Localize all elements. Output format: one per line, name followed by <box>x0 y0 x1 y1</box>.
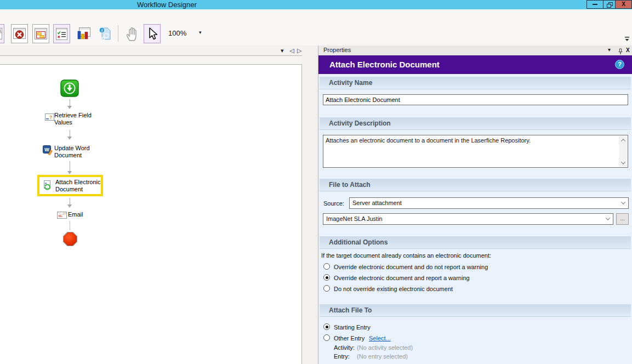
section-header-additional-options: Additional Options <box>320 236 631 249</box>
close-button[interactable]: X <box>615 0 632 9</box>
pan-hand-icon <box>126 26 140 42</box>
activity-description-text: Attaches an electronic document to a doc… <box>326 137 613 144</box>
stop-icon <box>62 231 78 247</box>
workflow-designer-window: { "window": { "title": "Workflow Designe… <box>0 0 632 364</box>
pan-hand-button[interactable] <box>124 24 141 43</box>
toolbar-separator <box>118 25 118 42</box>
radio-label[interactable]: Other Entry <box>334 335 365 342</box>
radio-label[interactable]: Override electronic document and report … <box>334 275 470 281</box>
word-icon: W <box>43 145 54 155</box>
radio-label[interactable]: Override electronic document and do not … <box>334 264 488 270</box>
clipped-tool-icon <box>0 27 3 41</box>
chevron-down-icon <box>606 215 610 220</box>
workflow-node-end[interactable] <box>62 231 78 249</box>
minimize-icon <box>593 4 597 5</box>
tab-dropdown-icon[interactable]: ▾ <box>281 47 284 54</box>
restore-icon <box>607 2 612 7</box>
activity-name-input[interactable] <box>323 94 628 105</box>
tab-previous-icon[interactable]: ◁ <box>289 47 294 54</box>
node-label[interactable]: Attach Electronic Document <box>55 179 104 193</box>
chevron-down-icon <box>621 200 625 204</box>
tab-next-icon[interactable]: ▷ <box>297 47 301 54</box>
node-label[interactable]: Retrieve Field Values <box>54 112 98 126</box>
close-icon: X <box>622 2 625 7</box>
radio-override-no-warning[interactable] <box>323 263 330 270</box>
panel-gutter <box>302 46 318 364</box>
minimize-button[interactable] <box>587 0 603 9</box>
radio-override-report-warning[interactable] <box>323 274 330 281</box>
connector-arrow-icon <box>67 171 72 174</box>
additional-options-intro: If the target document already contains … <box>321 252 491 259</box>
help-icon[interactable]: ? <box>615 60 624 69</box>
zoom-level-value[interactable]: 100% <box>168 29 186 37</box>
task-list-icon <box>55 27 69 41</box>
section-header-activity-description: Activity Description <box>320 117 631 130</box>
zoom-dropdown-icon[interactable]: ▾ <box>199 30 202 35</box>
tab-strip-spacer <box>0 56 317 64</box>
properties-panel-title: Properties <box>323 47 351 53</box>
node-label[interactable]: Email <box>68 211 83 218</box>
workflow-node-attach-electronic-document-selected[interactable]: e Attach Electronic Document <box>37 175 103 196</box>
activity-rules-button[interactable]: i <box>96 24 113 43</box>
scroll-down-icon[interactable] <box>619 158 627 167</box>
select-cursor-button[interactable] <box>144 24 161 43</box>
email-icon <box>57 212 67 219</box>
source-label: Source: <box>323 200 344 207</box>
workflow-designer-icon <box>34 27 48 41</box>
workflow-node-start[interactable] <box>60 79 79 99</box>
restore-button[interactable] <box>603 0 616 9</box>
connector-arrow-icon <box>67 106 72 109</box>
connector-line <box>70 130 70 136</box>
activity-label: Activity: <box>334 344 355 351</box>
source-dropdown[interactable]: Server attachment <box>349 197 629 209</box>
radio-other-entry[interactable] <box>323 334 330 341</box>
activity-title: Attach Electronic Document <box>329 55 440 74</box>
toolbar-overflow-button[interactable] <box>624 35 630 44</box>
radio-starting-entry[interactable] <box>323 323 330 330</box>
start-icon <box>60 79 79 97</box>
connector-arrow-icon <box>67 136 72 140</box>
radio-do-not-override[interactable] <box>323 285 330 292</box>
toolbar-overflow-icon <box>624 36 630 42</box>
radio-label[interactable]: Starting Entry <box>334 324 371 331</box>
workflow-designer-button[interactable] <box>32 24 49 43</box>
connector-line <box>70 99 70 106</box>
panel-close-icon[interactable]: X <box>626 47 630 53</box>
activity-description-textarea[interactable]: Attaches an electronic document to a doc… <box>323 135 628 168</box>
source-dropdown-value: Server attachment <box>352 200 402 206</box>
connector-arrow-icon <box>67 204 72 208</box>
scroll-up-icon[interactable] <box>619 136 627 144</box>
properties-panel: Properties ▾ X Attach Electronic Documen… <box>318 46 632 364</box>
toolbar: i 100% ▾ <box>0 9 632 46</box>
field-icon: ? <box>45 113 54 121</box>
entry-label: Entry: <box>334 353 350 360</box>
stop-error-icon <box>13 27 26 41</box>
svg-text:?: ? <box>49 115 53 120</box>
node-label[interactable]: Update Word Document <box>54 145 103 159</box>
activity-value: (No activity selected) <box>357 344 413 351</box>
connector-line <box>70 221 70 230</box>
connector-line <box>70 161 70 171</box>
browse-button[interactable]: ... <box>616 213 629 225</box>
attachment-dropdown-value: ImageNet SLA Justin <box>326 215 383 222</box>
description-scrollbar[interactable] <box>619 136 627 167</box>
clipped-tool-button[interactable] <box>0 24 4 43</box>
entry-value: (No entry selected) <box>357 353 408 360</box>
select-entry-link[interactable]: Select... <box>369 335 391 342</box>
section-header-file-to-attach: File to Attach <box>320 178 631 191</box>
attachment-dropdown[interactable]: ImageNet SLA Justin <box>323 213 613 225</box>
stop-error-button[interactable] <box>11 24 28 43</box>
workflow-node-retrieve-field-values[interactable]: ? <box>45 113 54 123</box>
panel-dropdown-icon[interactable]: ▾ <box>608 47 611 53</box>
radio-label[interactable]: Do not override existing electronic docu… <box>334 286 453 292</box>
workflow-canvas[interactable]: ? Retrieve Field Values W Update Word Do… <box>0 64 302 364</box>
section-header-activity-name: Activity Name <box>320 76 631 89</box>
connector-line <box>70 198 70 204</box>
task-list-button[interactable] <box>53 24 70 43</box>
workflow-node-email[interactable] <box>57 211 67 221</box>
attach-icon-wrap: e <box>42 180 53 193</box>
attach-icon: e <box>42 180 53 191</box>
statistics-button[interactable] <box>75 24 92 43</box>
workflow-node-update-word-document[interactable]: W <box>43 145 54 157</box>
window-title: Workflow Designer <box>137 1 197 9</box>
